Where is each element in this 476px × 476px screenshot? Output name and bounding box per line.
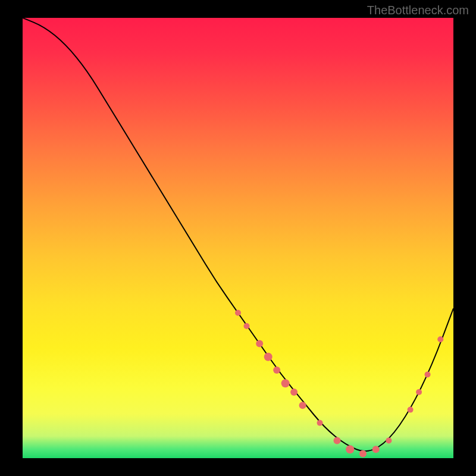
curve-marker [317, 420, 323, 426]
curve-marker [273, 367, 280, 374]
curve-marker [299, 402, 306, 409]
curve-marker [359, 450, 367, 458]
watermark-text: TheBottleneck.com [367, 4, 469, 17]
curve-marker [386, 437, 392, 443]
curve-marker [235, 310, 241, 316]
curve-marker [264, 353, 273, 361]
curve-marker [256, 340, 263, 347]
curve-marker [437, 336, 443, 342]
curve-marker [346, 445, 354, 453]
curve-marker [408, 407, 414, 413]
chart-container [23, 18, 453, 458]
curve-marker [416, 389, 422, 395]
curve-markers [235, 310, 443, 458]
chart-svg [23, 18, 453, 458]
curve-marker [372, 446, 380, 453]
curve-marker [425, 371, 431, 377]
curve-marker [334, 437, 341, 444]
curve-marker [290, 389, 298, 396]
curve-marker [243, 323, 249, 329]
curve-marker [281, 379, 290, 387]
bottleneck-curve-line [23, 18, 453, 451]
